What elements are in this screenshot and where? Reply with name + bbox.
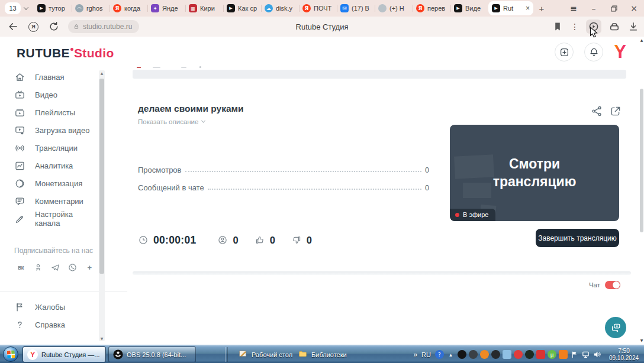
page-scrollbar[interactable]: ▲ ▼ (639, 37, 644, 345)
browser-tab[interactable]: Янде (147, 1, 185, 15)
toolbar-label: Рабочий стол (252, 351, 292, 358)
window-controls: ≡ – × (564, 0, 644, 17)
sidebar-item-playlist[interactable]: Плейлисты (14, 103, 97, 121)
scrollbar-thumb[interactable] (99, 79, 104, 274)
obs-tray-icon[interactable] (458, 350, 466, 359)
rutube-favicon (37, 4, 46, 12)
tray-overflow-button[interactable]: » (413, 351, 417, 359)
browser-tab[interactable]: disk.y (261, 1, 299, 15)
browser-tab[interactable]: тутор (34, 1, 72, 15)
cloud-favicon (265, 4, 273, 12)
lock-icon (73, 23, 80, 30)
sidebar-item-coin[interactable]: Монетизация (14, 174, 97, 192)
bookmark-icon[interactable] (552, 21, 564, 33)
scrollbar-thumb[interactable] (640, 89, 643, 232)
taskbar-app-button[interactable]: OBS 25.0.8 (64-bit... (108, 346, 196, 362)
sidebar-scrollbar[interactable]: ▲ ▼ (99, 70, 105, 341)
vk-icon[interactable]: вк (14, 261, 27, 274)
tab-close-icon[interactable]: × (526, 5, 530, 12)
telegram-icon[interactable] (49, 261, 62, 274)
fan-tray-icon[interactable] (480, 350, 489, 359)
restore-button[interactable] (604, 0, 624, 17)
expand-tray-icon[interactable]: ▴ (446, 350, 455, 359)
volume-tray-icon[interactable] (593, 350, 601, 359)
start-button[interactable] (3, 346, 18, 362)
utorrent-tray-icon[interactable]: µ (548, 350, 556, 359)
alert-tray-icon[interactable] (514, 350, 523, 359)
stream-preview[interactable]: Смотри трансляцию В эфире (450, 125, 619, 221)
viber-icon[interactable] (66, 261, 79, 274)
sidebar-item-home[interactable]: Главная (14, 68, 97, 86)
sidebar-item-comments[interactable]: Комментарии (14, 192, 97, 210)
scroll-up-icon[interactable]: ▲ (99, 71, 105, 75)
close-button[interactable]: × (624, 0, 644, 17)
upload-icon (14, 125, 25, 136)
ok-icon[interactable] (31, 261, 44, 274)
browser-menu-button[interactable]: ≡ (564, 0, 584, 17)
taskbar-toolbar-folder[interactable]: Библиотеки (298, 349, 347, 360)
rutube-studio-logo[interactable]: RUTUBE Studio (17, 46, 114, 60)
help-tray-icon[interactable]: ? (435, 350, 444, 359)
open-stream-button[interactable] (609, 105, 622, 118)
taskbar-app-button[interactable]: YRutube Студия —... (22, 346, 106, 362)
dotted-leader (185, 171, 422, 172)
support-chat-button[interactable] (605, 317, 626, 338)
end-stream-button[interactable]: Завершить трансляцию (536, 229, 619, 247)
sidebar-item-analytics[interactable]: Аналитика (14, 157, 97, 174)
sidebar-item-flag[interactable]: Жалобы (14, 298, 97, 316)
browser-tab[interactable]: Как ср (223, 1, 261, 15)
refresh-icon[interactable] (48, 21, 60, 33)
sidebar-item-upload[interactable]: Загрузка видео (14, 121, 97, 139)
preview-tray-icon[interactable] (503, 350, 511, 359)
browser-tab[interactable]: rghos (72, 1, 110, 15)
download-icon[interactable] (627, 21, 639, 33)
flag-tray-icon[interactable] (570, 350, 579, 359)
agent-tray-icon[interactable] (559, 350, 568, 359)
stream-panel: делаем своими руками Показать описание (127, 68, 644, 345)
nvo-tray-icon[interactable] (525, 350, 534, 359)
chat-toggle[interactable] (605, 281, 620, 289)
language-indicator[interactable]: RU (421, 351, 431, 358)
mixer-tray-icon[interactable] (469, 350, 478, 359)
sidebar-item-pen[interactable]: Настройка канала (14, 210, 97, 228)
toolbar-label: Библиотеки (311, 351, 347, 358)
dislikes-counter[interactable]: 0 (291, 235, 312, 246)
sidebar-item-broadcast[interactable]: Трансляции (14, 139, 97, 157)
new-tab-button[interactable]: + (533, 1, 550, 15)
show-description-link[interactable]: Показать описание (138, 118, 205, 125)
tab-counter[interactable]: 13 (5, 2, 28, 14)
taskbar-clock[interactable]: 7:50 09.10.2024 (606, 348, 642, 362)
taskbar-toolbar-desktop[interactable]: Рабочий стол (238, 349, 292, 360)
sidebar-item-tv[interactable]: Видео (14, 86, 97, 103)
likes-counter[interactable]: 0 (255, 235, 275, 246)
upload-video-button[interactable] (555, 43, 574, 61)
camera-tray-icon[interactable] (536, 350, 545, 359)
minimize-button[interactable]: – (584, 0, 604, 17)
browser-tab[interactable]: (+) Н (375, 1, 413, 15)
browser-tab[interactable]: когда (110, 1, 147, 15)
share-button[interactable] (590, 105, 603, 118)
url-chip[interactable]: studio.rutube.ru (68, 20, 139, 33)
yandex-home-icon[interactable]: Я (28, 22, 38, 32)
sidebar-item-help[interactable]: Справка (14, 316, 97, 333)
dot-tray-icon[interactable] (491, 350, 500, 359)
wallet-icon[interactable] (608, 21, 620, 33)
notifications-button[interactable] (584, 43, 603, 61)
scroll-down-icon[interactable]: ▼ (639, 338, 644, 342)
browser-tab[interactable]: перев (413, 1, 450, 15)
duration-value: 00:00:01 (153, 234, 196, 247)
browser-tab[interactable]: (17) В (337, 1, 375, 15)
browser-tab[interactable]: ПОЧТ (299, 1, 337, 15)
browser-tab[interactable]: Кири (185, 1, 223, 15)
more-icon[interactable]: + (83, 261, 96, 274)
browser-tab[interactable]: Rut× (488, 1, 533, 15)
network-tray-icon[interactable] (581, 350, 590, 359)
scroll-up-icon[interactable]: ▲ (639, 38, 644, 42)
browser-tab[interactable]: Виде (450, 1, 488, 15)
avatar[interactable]: Y (614, 43, 626, 61)
mail-favicon (340, 4, 349, 12)
scroll-down-icon[interactable]: ▼ (99, 336, 105, 341)
more-options-icon[interactable]: ⋮ (571, 22, 579, 31)
back-icon[interactable] (7, 21, 19, 33)
address-bar: Я studio.rutube.ru Rutube Студия ⋮ (0, 17, 644, 37)
